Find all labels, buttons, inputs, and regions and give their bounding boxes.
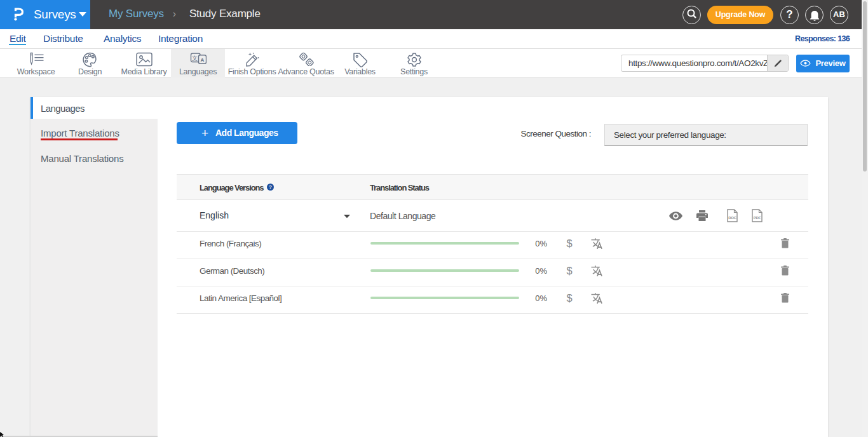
- svg-text:PDF: PDF: [754, 216, 761, 220]
- svg-text:DOC: DOC: [728, 216, 737, 220]
- svg-text:?: ?: [269, 184, 272, 190]
